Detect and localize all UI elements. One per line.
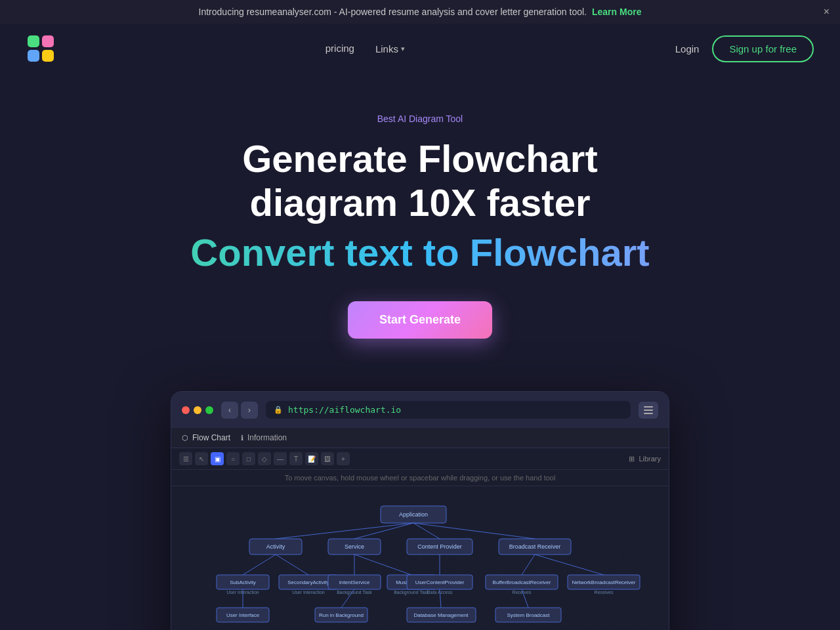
menu-line-3 [644,413,653,414]
svg-text:Broadcast Receiver: Broadcast Receiver [509,543,561,550]
pricing-link[interactable]: pricing [326,43,354,54]
svg-text:Activity: Activity [266,543,285,550]
maximize-dot [205,406,213,414]
svg-text:User Interface: User Interface [226,612,260,618]
navbar: pricing Links ▾ Login Sign up for free [0,24,840,74]
close-banner-button[interactable]: × [824,7,830,17]
svg-text:Application: Application [399,511,428,518]
svg-text:Background Task: Background Task [394,590,429,595]
browser-mockup-container: ‹ › 🔒 https://aiflowchart.io ⬡ Flow Char… [0,365,840,630]
lock-icon: 🔒 [274,406,283,414]
toolbar-line-icon[interactable]: — [274,452,287,465]
svg-text:SecondaryActivity: SecondaryActivity [287,579,329,585]
browser-tabs: ⬡ Flow Chart ℹ Information [171,428,669,448]
toolbar-left: ☰ ↖ ▣ ○ □ ◇ — T 📝 🖼 + [179,452,350,465]
browser-hint: To move canvas, hold mouse wheel or spac… [171,470,669,486]
signup-button[interactable]: Sign up for free [712,35,814,62]
toolbar-note-icon[interactable]: 📝 [305,452,318,465]
svg-rect-2 [28,50,39,62]
browser-nav-buttons: ‹ › [221,402,258,419]
toolbar-circle-icon[interactable]: ○ [226,452,240,465]
hint-text: To move canvas, hold mouse wheel or spac… [285,474,556,482]
svg-rect-1 [42,35,54,47]
links-chevron-icon: ▾ [401,45,405,53]
toolbar-diamond-icon[interactable]: ◇ [258,452,271,465]
flowchart-tab-icon: ⬡ [182,434,188,442]
browser-menu-button[interactable] [639,402,658,419]
svg-text:Service: Service [345,543,364,550]
info-tab-icon: ℹ [241,434,243,442]
flowchart-tab-label: Flow Chart [192,433,230,442]
flowchart-area: Application Activity Service Content Pro… [184,499,656,630]
browser-content[interactable]: Application Activity Service Content Pro… [171,486,669,630]
information-tab[interactable]: ℹ Information [241,433,287,442]
browser-back-button[interactable]: ‹ [221,402,238,419]
library-icon: ⊞ [629,455,635,463]
svg-text:NetworkBroadcastReceiver: NetworkBroadcastReceiver [572,579,636,585]
toolbar-menu-icon[interactable]: ☰ [179,452,192,465]
start-generate-button[interactable]: Start Generate [348,301,492,339]
svg-rect-3 [42,50,54,62]
links-dropdown[interactable]: Links [375,43,398,54]
toolbar-cursor-icon[interactable]: ↖ [195,452,208,465]
hero-subtitle: Convert text to Flowchart [13,231,827,275]
svg-text:Content Provider: Content Provider [417,543,462,550]
menu-line-2 [644,410,653,411]
svg-text:Background Task: Background Task [337,590,372,595]
svg-text:UserContentProvider: UserContentProvider [415,579,465,585]
svg-text:System Broadcast: System Broadcast [507,612,551,618]
svg-text:IntentService: IntentService [339,579,370,585]
browser-dots [182,406,213,414]
login-link[interactable]: Login [675,43,700,54]
svg-text:User Interaction: User Interaction [292,590,325,595]
flowchart-tab[interactable]: ⬡ Flow Chart [182,433,230,442]
toolbar-text-icon[interactable]: T [289,452,303,465]
hero-section: Best AI Diagram Tool Generate Flowchart … [0,74,840,365]
toolbar-rect-icon[interactable]: □ [242,452,255,465]
information-tab-label: Information [247,433,287,442]
browser-toolbar: ☰ ↖ ▣ ○ □ ◇ — T 📝 🖼 + ⊞ Library [171,448,669,470]
minimize-dot [194,406,201,414]
svg-text:Receives: Receives [595,590,614,595]
toolbar-more-icon[interactable]: + [337,452,350,465]
learn-more-link[interactable]: Learn More [592,7,641,17]
address-text: https://aiflowchart.io [288,405,401,415]
svg-text:Database Management: Database Management [413,612,469,618]
hero-badge: Best AI Diagram Tool [377,114,463,124]
toolbar-select-icon[interactable]: ▣ [211,452,224,465]
menu-line-1 [644,406,653,408]
browser-forward-button[interactable]: › [241,402,258,419]
close-dot [182,406,190,414]
toolbar-image-icon[interactable]: 🖼 [321,452,334,465]
browser-mockup: ‹ › 🔒 https://aiflowchart.io ⬡ Flow Char… [171,391,669,630]
library-label: Library [639,455,661,463]
hero-title: Generate Flowchart diagram 10X faster [190,137,650,224]
nav-links: pricing Links ▾ [326,43,405,54]
toolbar-right: ⊞ Library [629,455,661,463]
nav-right: Login Sign up for free [675,35,814,62]
svg-text:BufferBroadcastReceiver: BufferBroadcastReceiver [493,579,551,585]
flowchart-svg: Application Activity Service Content Pro… [184,499,656,630]
announcement-banner: Introducing resumeanalyser.com - AI-powe… [0,0,840,24]
logo-icon [26,34,55,63]
svg-text:SubActivity: SubActivity [230,579,256,585]
browser-address-bar[interactable]: 🔒 https://aiflowchart.io [266,401,631,419]
browser-titlebar: ‹ › 🔒 https://aiflowchart.io [171,392,669,428]
svg-rect-0 [28,35,39,47]
announcement-text: Introducing resumeanalyser.com - AI-powe… [199,7,587,17]
logo-area[interactable] [26,34,55,63]
svg-text:Run in Background: Run in Background [319,612,364,618]
